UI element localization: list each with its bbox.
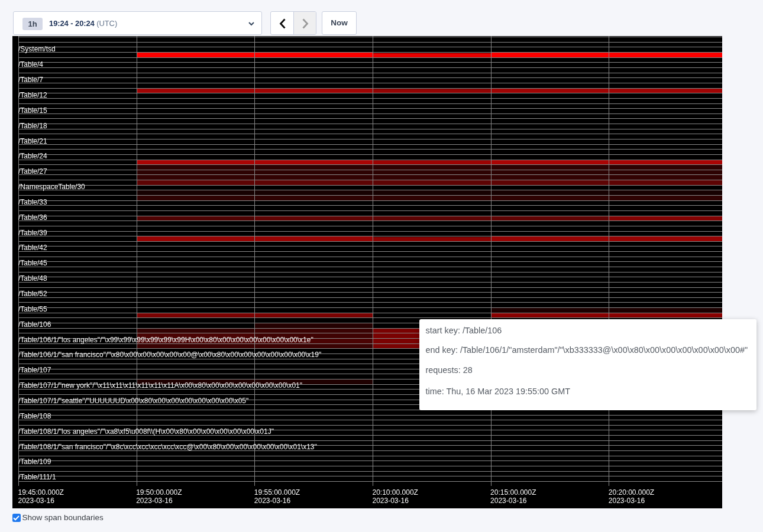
svg-text:/Table/111/1: /Table/111/1 [18, 473, 56, 481]
svg-text:/Table/109: /Table/109 [18, 458, 51, 466]
svg-text:/Table/21: /Table/21 [18, 137, 47, 145]
svg-text:20:20:00.000Z: 20:20:00.000Z [609, 488, 654, 496]
svg-text:/Table/106/1/"los angeles"/"\x: /Table/106/1/"los angeles"/"\x99\x99\x99… [18, 335, 313, 343]
svg-text:/Table/36: /Table/36 [18, 213, 47, 221]
svg-text:2023-03-16: 2023-03-16 [254, 497, 291, 505]
svg-text:19:55:00.000Z: 19:55:00.000Z [254, 488, 300, 496]
svg-text:19:45:00.000Z: 19:45:00.000Z [18, 488, 64, 496]
svg-text:/Table/107/1/"new york"/"\x11\: /Table/107/1/"new york"/"\x11\x11\x11\x1… [18, 381, 302, 390]
svg-text:/Table/107: /Table/107 [18, 366, 51, 374]
svg-text:2023-03-16: 2023-03-16 [490, 497, 527, 505]
svg-text:/Table/33: /Table/33 [18, 197, 47, 206]
svg-text:/Table/106: /Table/106 [18, 320, 51, 328]
svg-text:/Table/52: /Table/52 [18, 290, 47, 298]
svg-text:/Table/4: /Table/4 [18, 60, 43, 69]
svg-text:/Table/27: /Table/27 [18, 167, 47, 176]
svg-text:2023-03-16: 2023-03-16 [136, 497, 173, 505]
svg-text:/Table/39: /Table/39 [18, 228, 47, 236]
svg-text:/Table/106/1/"san francisco"/": /Table/106/1/"san francisco"/"\x80\x00\x… [18, 351, 321, 359]
svg-text:/Table/24: /Table/24 [18, 152, 47, 160]
svg-text:/Table/108/1/"san francisco"/": /Table/108/1/"san francisco"/"\x8c\xcc\x… [18, 442, 317, 450]
svg-text:/NamespaceTable/30: /NamespaceTable/30 [18, 183, 85, 191]
svg-text:/Table/107/1/"seattle"/"UUUUUU: /Table/107/1/"seattle"/"UUUUUUD\x00\x80\… [18, 396, 248, 404]
svg-text:2023-03-16: 2023-03-16 [18, 497, 55, 505]
svg-text:/Table/15: /Table/15 [18, 106, 47, 114]
svg-text:/Table/55: /Table/55 [18, 304, 47, 313]
svg-text:/Table/108: /Table/108 [18, 411, 51, 420]
svg-text:/Table/42: /Table/42 [18, 244, 47, 252]
svg-text:/System/tsd: /System/tsd [18, 45, 56, 53]
svg-text:19:50:00.000Z: 19:50:00.000Z [136, 488, 182, 496]
svg-text:/Table/48: /Table/48 [18, 274, 47, 283]
svg-text:/Table/12: /Table/12 [18, 90, 47, 99]
svg-text:/Table/45: /Table/45 [18, 259, 47, 267]
svg-text:/Table/108/1/"los angeles"/"\x: /Table/108/1/"los angeles"/"\xa8\xf5\u00… [18, 427, 274, 435]
svg-text:2023-03-16: 2023-03-16 [373, 497, 409, 505]
svg-text:/Table/7: /Table/7 [18, 76, 43, 84]
svg-text:20:10:00.000Z: 20:10:00.000Z [373, 488, 418, 496]
svg-text:/Table/18: /Table/18 [18, 121, 47, 129]
svg-text:20:15:00.000Z: 20:15:00.000Z [490, 488, 536, 496]
svg-text:2023-03-16: 2023-03-16 [609, 497, 645, 505]
